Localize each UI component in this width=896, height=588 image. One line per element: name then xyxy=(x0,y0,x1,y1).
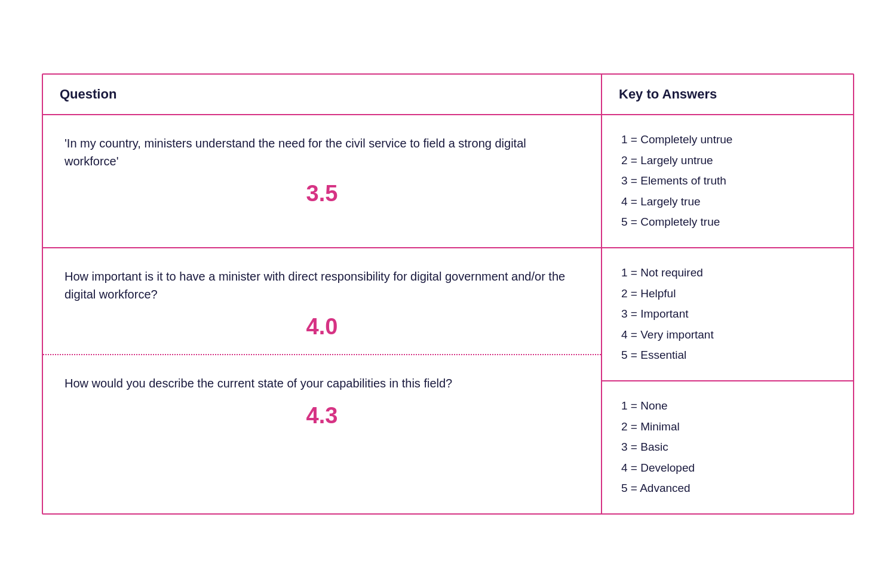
table-header: Question Key to Answers xyxy=(43,75,853,115)
question-score-3: 4.3 xyxy=(65,403,579,429)
key-header: Key to Answers xyxy=(602,75,853,114)
answer-key-item: 4 = Largely true xyxy=(621,194,834,210)
answer-key-cell-1: 1 = Completely untrue 2 = Largely untrue… xyxy=(602,115,853,247)
table-body: 'In my country, ministers understand the… xyxy=(43,115,853,513)
answer-key-item: 2 = Largely untrue xyxy=(621,153,834,169)
answer-key-item: 1 = None xyxy=(621,398,834,414)
answer-key-item: 1 = Not required xyxy=(621,265,834,281)
answer-key-item: 4 = Developed xyxy=(621,460,834,476)
table-row: 'In my country, ministers understand the… xyxy=(43,115,853,248)
question-text-3: How would you describe the current state… xyxy=(65,374,579,392)
answer-key-cell-2: 1 = Not required 2 = Helpful 3 = Importa… xyxy=(602,248,853,381)
answer-key-item: 4 = Very important xyxy=(621,327,834,343)
answer-key-item: 5 = Essential xyxy=(621,347,834,364)
question-text-1: 'In my country, ministers understand the… xyxy=(65,134,579,170)
right-column-combined: 1 = Not required 2 = Helpful 3 = Importa… xyxy=(602,248,853,513)
answer-key-item: 3 = Basic xyxy=(621,439,834,455)
answer-key-item: 5 = Advanced xyxy=(621,481,834,497)
answer-key-cell-3: 1 = None 2 = Minimal 3 = Basic 4 = Devel… xyxy=(602,381,853,513)
rows-2-3-combined: How important is it to have a minister w… xyxy=(43,248,853,513)
question-text-2: How important is it to have a minister w… xyxy=(65,267,579,303)
question-cell-1: 'In my country, ministers understand the… xyxy=(43,115,602,247)
answer-key-item: 2 = Minimal xyxy=(621,419,834,435)
answer-key-item: 5 = Completely true xyxy=(621,214,834,230)
answer-key-item: 3 = Important xyxy=(621,306,834,322)
question-cell-3: How would you describe the current state… xyxy=(43,355,601,448)
main-table: Question Key to Answers 'In my country, … xyxy=(42,73,854,515)
question-cell-2: How important is it to have a minister w… xyxy=(43,248,601,355)
question-header: Question xyxy=(43,75,602,114)
question-score-1: 3.5 xyxy=(65,181,579,207)
answer-key-item: 2 = Helpful xyxy=(621,286,834,302)
left-column-combined: How important is it to have a minister w… xyxy=(43,248,602,513)
answer-key-item: 1 = Completely untrue xyxy=(621,132,834,148)
answer-key-item: 3 = Elements of truth xyxy=(621,173,834,189)
question-score-2: 4.0 xyxy=(65,314,579,340)
